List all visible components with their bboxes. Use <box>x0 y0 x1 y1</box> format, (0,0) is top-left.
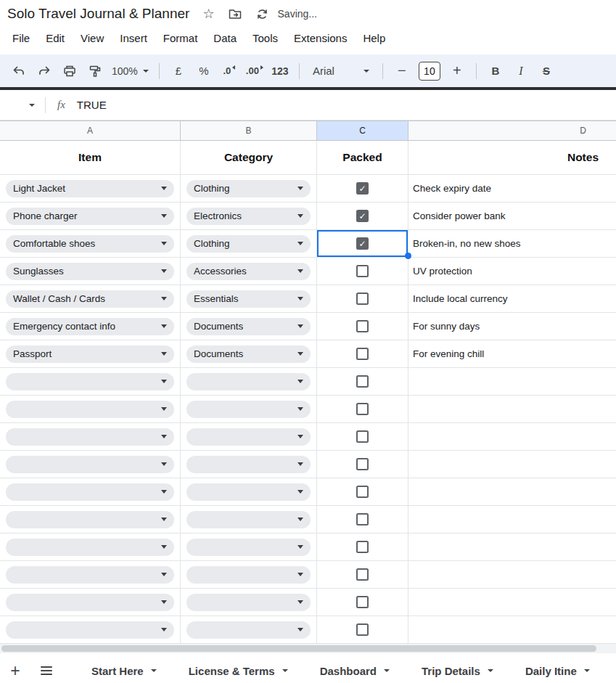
packed-checkbox[interactable] <box>356 513 369 525</box>
item-dropdown[interactable] <box>6 456 174 473</box>
category-dropdown[interactable] <box>186 428 311 446</box>
item-dropdown[interactable]: Phone charger <box>6 208 174 225</box>
italic-button[interactable]: I <box>512 60 530 82</box>
category-dropdown[interactable]: Electronics <box>186 208 311 225</box>
column-header-a[interactable]: A <box>0 121 181 140</box>
sheet-tab[interactable]: Daily Itine <box>509 658 606 683</box>
number-format-button[interactable]: 123 <box>271 60 289 82</box>
packed-cell[interactable] <box>317 368 408 395</box>
bold-button[interactable]: B <box>487 60 504 82</box>
notes-cell[interactable] <box>408 396 616 422</box>
item-cell[interactable]: Emergency contact info <box>0 313 181 340</box>
item-cell[interactable] <box>0 589 181 615</box>
sheet-tab[interactable]: Dashboard <box>304 658 406 683</box>
category-cell[interactable] <box>181 616 317 643</box>
item-dropdown[interactable]: Emergency contact info <box>6 318 174 335</box>
item-dropdown[interactable]: Wallet / Cash / Cards <box>6 290 174 308</box>
packed-checkbox[interactable] <box>356 375 369 388</box>
category-cell[interactable] <box>181 368 317 395</box>
category-dropdown[interactable]: Essentials <box>186 290 311 308</box>
saving-status[interactable]: Saving... <box>278 8 317 20</box>
packed-cell[interactable] <box>317 340 408 367</box>
menu-file[interactable]: File <box>4 30 38 46</box>
scrollbar-thumb[interactable] <box>1 645 596 652</box>
packed-checkbox[interactable] <box>356 210 369 222</box>
packed-cell[interactable] <box>317 616 408 643</box>
packed-cell[interactable] <box>317 285 408 312</box>
column-header-c[interactable]: C <box>317 121 408 140</box>
notes-cell[interactable]: Include local currency <box>408 285 616 312</box>
item-dropdown[interactable] <box>6 511 174 528</box>
packed-checkbox[interactable] <box>356 293 369 305</box>
item-cell[interactable] <box>0 506 181 533</box>
menu-format[interactable]: Format <box>155 30 206 46</box>
strikethrough-button[interactable]: S <box>538 60 555 82</box>
notes-cell[interactable] <box>408 451 616 478</box>
item-cell[interactable]: Comfortable shoes <box>0 230 181 257</box>
category-dropdown[interactable] <box>186 594 311 611</box>
header-packed[interactable]: Packed <box>317 141 408 174</box>
add-sheet-button[interactable]: + <box>4 660 26 682</box>
category-dropdown[interactable]: Documents <box>186 345 311 363</box>
horizontal-scrollbar[interactable] <box>0 644 616 653</box>
name-box-dropdown-icon[interactable] <box>29 104 35 107</box>
packed-checkbox[interactable] <box>356 430 369 443</box>
packed-cell[interactable] <box>317 258 408 285</box>
category-cell[interactable]: Clothing <box>181 230 317 257</box>
item-cell[interactable]: Passport <box>0 340 181 367</box>
item-dropdown[interactable] <box>6 539 174 556</box>
menu-view[interactable]: View <box>73 30 112 46</box>
sheet-tab[interactable]: License & Terms <box>173 658 304 683</box>
notes-cell[interactable] <box>408 506 616 533</box>
packed-checkbox[interactable] <box>356 623 369 636</box>
item-cell[interactable] <box>0 478 181 505</box>
category-dropdown[interactable] <box>186 566 311 584</box>
category-cell[interactable] <box>181 506 317 533</box>
category-cell[interactable]: Electronics <box>181 203 317 229</box>
category-cell[interactable]: Essentials <box>181 285 317 312</box>
category-dropdown[interactable] <box>186 483 311 501</box>
category-dropdown[interactable]: Clothing <box>186 180 311 197</box>
selection-fill-handle[interactable] <box>405 253 411 259</box>
all-sheets-menu-icon[interactable] <box>41 666 52 675</box>
item-cell[interactable] <box>0 451 181 478</box>
notes-cell[interactable]: Consider power bank <box>408 203 616 229</box>
menu-edit[interactable]: Edit <box>38 30 73 46</box>
packed-cell[interactable] <box>317 423 408 450</box>
item-cell[interactable] <box>0 368 181 395</box>
header-item[interactable]: Item <box>0 141 181 174</box>
menu-insert[interactable]: Insert <box>112 30 155 46</box>
packed-cell[interactable] <box>317 230 408 257</box>
category-dropdown[interactable] <box>186 456 311 473</box>
formula-input[interactable]: TRUE <box>77 99 107 111</box>
packed-cell[interactable] <box>317 396 408 422</box>
decrease-decimal-button[interactable]: .0 <box>221 60 238 82</box>
item-cell[interactable] <box>0 616 181 643</box>
category-dropdown[interactable]: Accessories <box>186 263 311 280</box>
category-cell[interactable] <box>181 451 317 478</box>
packed-checkbox[interactable] <box>356 182 369 195</box>
packed-cell[interactable] <box>317 561 408 588</box>
column-header-b[interactable]: B <box>181 121 317 140</box>
item-cell[interactable]: Phone charger <box>0 203 181 229</box>
notes-cell[interactable] <box>408 561 616 588</box>
packed-checkbox[interactable] <box>356 568 369 581</box>
decrease-font-size-button[interactable]: − <box>393 60 411 82</box>
item-dropdown[interactable]: Passport <box>6 345 174 363</box>
category-dropdown[interactable] <box>186 539 311 556</box>
menu-extensions[interactable]: Extensions <box>286 30 355 46</box>
header-notes[interactable]: Notes <box>408 141 616 174</box>
packed-checkbox[interactable] <box>356 265 369 277</box>
item-dropdown[interactable] <box>6 428 174 446</box>
print-button[interactable] <box>61 60 78 82</box>
packed-cell[interactable] <box>317 451 408 478</box>
category-cell[interactable]: Documents <box>181 340 317 367</box>
category-cell[interactable] <box>181 396 317 422</box>
category-cell[interactable] <box>181 423 317 450</box>
item-dropdown[interactable] <box>6 401 174 418</box>
packed-checkbox[interactable] <box>356 458 369 470</box>
notes-cell[interactable]: For evening chill <box>408 340 616 367</box>
item-dropdown[interactable] <box>6 373 174 390</box>
increase-decimal-button[interactable]: .00 <box>246 60 263 82</box>
notes-cell[interactable] <box>408 368 616 395</box>
